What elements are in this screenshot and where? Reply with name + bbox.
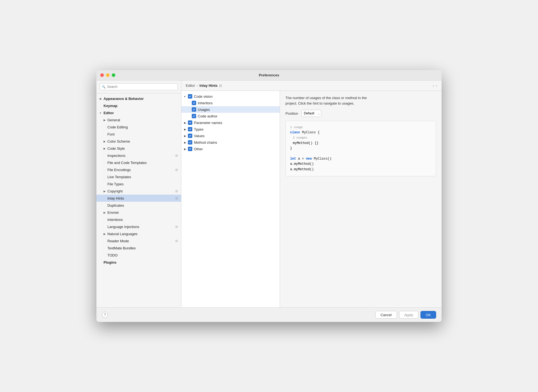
- apply-button[interactable]: Apply: [399, 311, 419, 319]
- tree-arrow-icon: ▶: [184, 121, 188, 124]
- tree-item-values[interactable]: ▶ Values: [181, 132, 280, 139]
- tree-item-label: Code vision: [194, 94, 213, 99]
- sidebar-item-label: Code Editing: [107, 125, 178, 129]
- tree-item-usages[interactable]: Usages: [181, 106, 280, 113]
- minimize-button[interactable]: [106, 73, 110, 77]
- sidebar-item-plugins[interactable]: Plugins: [96, 259, 181, 266]
- sidebar-item-appearance[interactable]: ▶ Appearance & Behavior: [96, 95, 181, 102]
- sidebar-item-label: Copyright: [107, 189, 174, 193]
- sidebar-item-editor[interactable]: ▾ Editor: [96, 109, 181, 116]
- sidebar-item-label: Natural Languages: [107, 232, 178, 236]
- help-icon: ?: [104, 313, 106, 317]
- arrow-icon: ▶: [100, 97, 104, 100]
- sidebar-item-general[interactable]: ▶ General: [96, 116, 181, 123]
- tree-item-method-chains[interactable]: ▶ Method chains: [181, 139, 280, 146]
- tree-item-label: Code author: [198, 114, 218, 118]
- code-line-close: }: [290, 146, 431, 151]
- sidebar-item-label: Keymap: [104, 104, 178, 108]
- code-line-call1: a.myMethod(): [290, 162, 431, 167]
- tree-checkbox-other[interactable]: [188, 147, 192, 151]
- sidebar-item-code-editing[interactable]: Code Editing: [96, 123, 181, 131]
- sidebar-item-color-scheme[interactable]: ▶ Color Scheme: [96, 138, 181, 145]
- tree-item-label: Method chains: [194, 140, 217, 145]
- badge-icon: ⊟: [175, 239, 178, 243]
- cancel-button[interactable]: Cancel: [375, 311, 397, 319]
- sidebar-item-emmet[interactable]: ▶ Emmet: [96, 209, 181, 216]
- preferences-window: Preferences 🔍 ▶ Appearance & Behavior: [96, 70, 442, 322]
- arrow-icon: ▶: [104, 140, 107, 143]
- tree-item-types[interactable]: ▶ Types: [181, 126, 280, 132]
- sidebar-item-file-encodings[interactable]: File Encodings ⊟: [96, 166, 181, 173]
- sidebar-item-code-style[interactable]: ▶ Code Style: [96, 145, 181, 152]
- sidebar-item-inlay-hints[interactable]: Inlay Hints ⊟: [96, 195, 181, 202]
- sidebar-item-label: Emmet: [107, 211, 178, 215]
- tree-item-label: Values: [194, 134, 205, 138]
- nav-back-arrow[interactable]: ‹: [433, 83, 434, 88]
- sidebar-item-label: Reader Mode: [107, 239, 174, 243]
- tree-arrow-icon: ▶: [184, 128, 188, 131]
- ok-button[interactable]: OK: [420, 311, 436, 319]
- nav-forward-arrow[interactable]: ›: [436, 83, 437, 88]
- close-button[interactable]: [100, 73, 104, 77]
- sidebar-item-label: Inlay Hints: [107, 196, 174, 200]
- sidebar-item-inspections[interactable]: Inspections ⊟: [96, 152, 181, 159]
- tree-checkbox-code-vision[interactable]: [188, 94, 192, 99]
- sidebar-item-label: Live Templates: [107, 175, 178, 179]
- tree-checkbox-values[interactable]: [188, 134, 192, 138]
- sidebar-item-reader-mode[interactable]: Reader Mode ⊟: [96, 237, 181, 244]
- tree-item-label: Parameter names: [194, 121, 222, 125]
- arrow-icon: ▶: [104, 119, 107, 122]
- sidebar-item-keymap[interactable]: Keymap: [96, 102, 181, 109]
- tree-checkbox-types[interactable]: [188, 127, 192, 131]
- help-button[interactable]: ?: [102, 312, 108, 318]
- breadcrumb-current: Inlay Hints: [199, 83, 218, 88]
- tree-item-inheritors[interactable]: Inheritors: [181, 100, 280, 106]
- window-title: Preferences: [259, 73, 279, 77]
- search-input[interactable]: [100, 83, 178, 90]
- sidebar-item-duplicates[interactable]: Duplicates: [96, 202, 181, 209]
- sidebar-item-label: Editor: [104, 111, 178, 115]
- tree-panel: ▾ Code vision Inheritors: [181, 91, 280, 307]
- sidebar-item-file-types[interactable]: File Types: [96, 180, 181, 188]
- badge-icon: ⊟: [175, 189, 178, 193]
- badge-icon: ⊟: [175, 225, 178, 229]
- tree-checkbox-code-author[interactable]: [192, 114, 196, 118]
- sidebar-item-font[interactable]: Font: [96, 131, 181, 138]
- sidebar-item-natural-languages[interactable]: ▶ Natural Languages: [96, 230, 181, 237]
- tree-item-label: Inheritors: [198, 101, 213, 105]
- title-bar: Preferences: [96, 70, 442, 80]
- sidebar-list: ▶ Appearance & Behavior Keymap ▾ Editor …: [96, 93, 181, 307]
- sidebar-item-intentions[interactable]: Intentions: [96, 216, 181, 223]
- tree-arrow-icon: ▾: [184, 95, 188, 98]
- tree-checkbox-inheritors[interactable]: [192, 101, 196, 105]
- sidebar-item-copyright[interactable]: ▶ Copyright ⊟: [96, 188, 181, 195]
- tree-item-other[interactable]: ▶ Other: [181, 146, 280, 152]
- badge-icon: ⊟: [175, 168, 178, 172]
- tree-item-code-author[interactable]: Code author: [181, 113, 280, 119]
- breadcrumb-parent[interactable]: Editor: [186, 83, 195, 88]
- code-hint-usage: 1 usage: [290, 126, 303, 129]
- maximize-button[interactable]: [112, 73, 115, 77]
- nav-arrows: ‹ ›: [433, 83, 437, 88]
- sidebar: 🔍 ▶ Appearance & Behavior Keymap ▾: [96, 80, 181, 307]
- tree-arrow-icon: ▶: [184, 148, 188, 151]
- tree-checkbox-usages[interactable]: [192, 107, 196, 112]
- tree-checkbox-parameter-names[interactable]: [188, 120, 192, 125]
- position-select[interactable]: Default Before After: [301, 110, 321, 117]
- tree-checkbox-method-chains[interactable]: [188, 140, 192, 145]
- sidebar-item-textmate-bundles[interactable]: TextMate Bundles: [96, 244, 181, 252]
- tree-item-parameter-names[interactable]: ▶ Parameter names: [181, 119, 280, 126]
- sidebar-item-label: Inspections: [107, 154, 174, 158]
- sidebar-item-todo[interactable]: TODO: [96, 252, 181, 259]
- footer-left: ?: [102, 312, 108, 318]
- arrow-icon: ▶: [104, 190, 107, 193]
- sidebar-item-language-injections[interactable]: Language Injections ⊟: [96, 223, 181, 230]
- sidebar-item-label: Font: [107, 132, 178, 136]
- tree-item-code-vision[interactable]: ▾ Code vision: [181, 93, 280, 100]
- sidebar-item-label: File Types: [107, 182, 178, 186]
- arrow-icon: ▶: [104, 232, 107, 235]
- sidebar-item-file-code-templates[interactable]: File and Code Templates: [96, 159, 181, 166]
- sidebar-item-live-templates[interactable]: Live Templates: [96, 173, 181, 180]
- tree-item-label: Types: [194, 127, 204, 131]
- search-icon: 🔍: [102, 85, 106, 89]
